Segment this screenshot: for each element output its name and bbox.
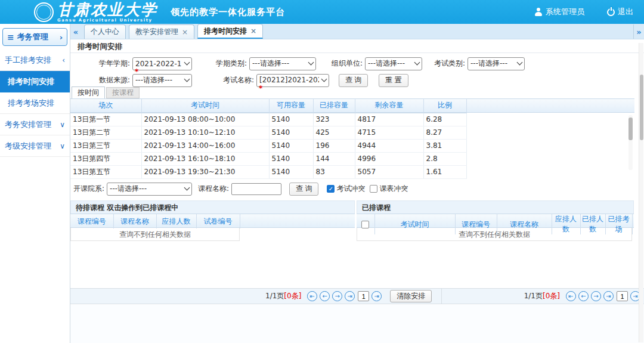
user-name: 系统管理员 bbox=[546, 7, 584, 17]
term-select[interactable]: 2021-2022-1 * bbox=[132, 57, 192, 70]
course-name-input[interactable] bbox=[231, 183, 281, 195]
scheduled-courses-title: 已排课程 bbox=[357, 200, 634, 214]
tab-teaching-arrange-mgmt[interactable]: 教学安排管理 × bbox=[129, 24, 194, 39]
cell: 2021-09-13 10:10~12:10 bbox=[141, 126, 269, 139]
subtab-by-time[interactable]: 按时间 bbox=[72, 86, 105, 98]
page-number-input[interactable] bbox=[358, 291, 369, 301]
logout-button[interactable]: 退出 bbox=[607, 7, 633, 17]
cell: 4944 bbox=[355, 139, 423, 152]
page-title: 排考时间安排 bbox=[70, 39, 644, 53]
last-page-icon[interactable]: ⇥ bbox=[603, 291, 614, 301]
timetable-conflict-checkbox[interactable] bbox=[370, 185, 377, 193]
content-column: « 个人中心 教学安排管理 × 排考时间安排 × » 排考时间安排 bbox=[70, 24, 644, 343]
table-scrollbar-thumb[interactable] bbox=[628, 118, 633, 140]
sidebar: ≡ 考务管理 › 手工排考安排 ‹ 排考时间安排 排考考场安排 考务安排管理 ∨… bbox=[0, 24, 70, 343]
column-header: 课程名称 bbox=[497, 214, 552, 234]
session-table-area: 场次考试时间可用容量已排容量剩余容量比例 13日第一节2021-09-13 08… bbox=[70, 98, 644, 180]
next-page-icon[interactable]: → bbox=[332, 291, 342, 301]
university-logo bbox=[34, 2, 54, 22]
page-info: 1/1页 bbox=[265, 291, 284, 301]
select-caret-icon bbox=[184, 185, 190, 191]
close-icon[interactable]: × bbox=[250, 27, 256, 35]
page-number-input[interactable] bbox=[617, 291, 628, 301]
select-all-cell bbox=[357, 214, 374, 234]
prev-page-icon[interactable]: ← bbox=[320, 291, 330, 301]
chevron-right-icon: › bbox=[60, 33, 63, 42]
session-row[interactable]: 13日第一节2021-09-13 08:00~10:00514032348176… bbox=[70, 113, 466, 126]
sidebar-module-exam-management[interactable]: ≡ 考务管理 › bbox=[2, 28, 67, 46]
sidebar-item-exam-affairs-mgmt[interactable]: 考务安排管理 ∨ bbox=[0, 114, 70, 135]
required-mark: * bbox=[259, 84, 262, 92]
clear-arrangement-button[interactable]: 清除安排 bbox=[390, 290, 432, 302]
select-caret-icon bbox=[308, 60, 314, 66]
prev-page-icon[interactable]: ← bbox=[578, 291, 589, 301]
column-header: 已排容量 bbox=[313, 98, 355, 113]
exam-conflict-label: 考试冲突 bbox=[336, 184, 365, 194]
pending-header-band: 课程编号课程名称应排人数试卷编号 bbox=[70, 214, 355, 228]
cell: 2021-09-13 19:30~21:30 bbox=[141, 165, 269, 178]
exam-name-select[interactable]: [20212]2021-2022学年 * bbox=[256, 74, 329, 87]
dept-label: 开课院系: bbox=[73, 184, 104, 194]
session-row[interactable]: 13日第三节2021-09-13 14:00~16:00514019649443… bbox=[70, 139, 466, 152]
pending-header-row: 课程编号课程名称应排人数试卷编号 bbox=[70, 214, 240, 228]
chevron-down-icon: ∨ bbox=[60, 120, 65, 129]
course-filter-row: 开课院系: ---请选择--- 课程名称: 查 询 ✓ 考试冲突 课表冲突 bbox=[70, 181, 644, 197]
tab-personal-center[interactable]: 个人中心 bbox=[84, 24, 126, 39]
select-all-checkbox[interactable] bbox=[361, 221, 369, 228]
cell: 5140 bbox=[269, 139, 313, 152]
tabs-scroll-right-icon[interactable]: » bbox=[633, 24, 644, 39]
last-page-icon[interactable]: ⇥ bbox=[345, 291, 355, 301]
session-row[interactable]: 13日第四节2021-09-13 16:10~18:10514014449962… bbox=[70, 152, 466, 165]
cell: 5057 bbox=[355, 165, 423, 178]
first-page-icon[interactable]: ⇤ bbox=[307, 291, 317, 301]
exam-type-select[interactable]: ---请选择--- bbox=[467, 57, 525, 70]
column-header: 可用容量 bbox=[269, 98, 313, 113]
pending-empty-message: 查询不到任何相关数据 bbox=[70, 228, 240, 241]
sidebar-item-manual-exam-arrange[interactable]: 手工排考安排 ‹ bbox=[0, 50, 70, 71]
scheduled-courses-table: 考试时间课程编号课程名称应排人数已排人数已排考场 bbox=[357, 214, 633, 234]
exam-name-label: 考试名称: bbox=[219, 75, 254, 85]
session-row[interactable]: 13日第二节2021-09-13 10:10~12:10514042547158… bbox=[70, 126, 466, 139]
cell: 2021-09-13 14:00~16:00 bbox=[141, 139, 269, 152]
scheduled-pagination: 1/1页[0条] ⇤ ← → ⇥ ⇥ bbox=[524, 291, 640, 301]
cell: 5140 bbox=[269, 126, 313, 139]
select-caret-icon bbox=[184, 76, 190, 82]
cell: 13日第二节 bbox=[70, 126, 141, 139]
chevron-down-icon: ∨ bbox=[60, 142, 65, 150]
next-page-icon[interactable]: → bbox=[591, 291, 601, 301]
go-page-icon[interactable]: ⇥ bbox=[371, 291, 382, 301]
sidebar-item-exam-time-arrange[interactable]: 排考时间安排 bbox=[0, 71, 70, 92]
university-name-en: Gansu Agricultural University bbox=[57, 18, 157, 23]
reset-button[interactable]: 重 置 bbox=[379, 74, 408, 87]
cell: 2021-09-13 16:10~18:10 bbox=[141, 152, 269, 165]
tabs-scroll-left-icon[interactable]: « bbox=[70, 24, 81, 39]
dept-select[interactable]: ---请选择--- bbox=[107, 183, 192, 196]
platform-title: 领先的教学一体化服务平台 bbox=[171, 7, 285, 18]
select-caret-icon bbox=[184, 60, 190, 66]
tab-exam-time-arrange[interactable]: 排考时间安排 × bbox=[197, 24, 263, 39]
chevron-left-icon: ‹ bbox=[62, 56, 65, 64]
course-query-button[interactable]: 查 询 bbox=[289, 183, 318, 196]
cell: 4996 bbox=[355, 152, 423, 165]
close-icon[interactable]: × bbox=[182, 28, 188, 36]
term-type-select[interactable]: ---请选择--- bbox=[249, 57, 316, 70]
first-page-icon[interactable]: ⇤ bbox=[566, 291, 576, 301]
org-select[interactable]: ---请选择--- bbox=[365, 57, 422, 70]
pending-courses-title: 待排课程 双击操作到已排课程中 bbox=[70, 200, 355, 214]
cell: 4817 bbox=[355, 113, 423, 126]
current-user[interactable]: 系统管理员 bbox=[534, 7, 584, 17]
session-row[interactable]: 13日第五节2021-09-13 19:30~21:3051408350571.… bbox=[70, 165, 466, 178]
column-header: 已排考场 bbox=[605, 214, 632, 234]
subtab-by-course[interactable]: 按课程 bbox=[106, 87, 140, 98]
power-icon bbox=[607, 8, 615, 16]
bar-divider bbox=[441, 288, 442, 304]
column-header: 比例 bbox=[423, 98, 466, 113]
cell: 1.61 bbox=[423, 165, 466, 178]
exam-conflict-checkbox[interactable]: ✓ bbox=[327, 185, 335, 193]
sidebar-item-level-exam-mgmt[interactable]: 考级安排管理 ∨ bbox=[0, 135, 70, 157]
source-select[interactable]: ---请选择--- bbox=[132, 74, 192, 87]
query-button[interactable]: 查 询 bbox=[339, 74, 368, 87]
source-label: 数据来源: bbox=[87, 75, 130, 85]
page-scrollbar-thumb[interactable] bbox=[640, 75, 643, 140]
sidebar-item-exam-room-arrange[interactable]: 排考考场安排 bbox=[0, 92, 70, 114]
